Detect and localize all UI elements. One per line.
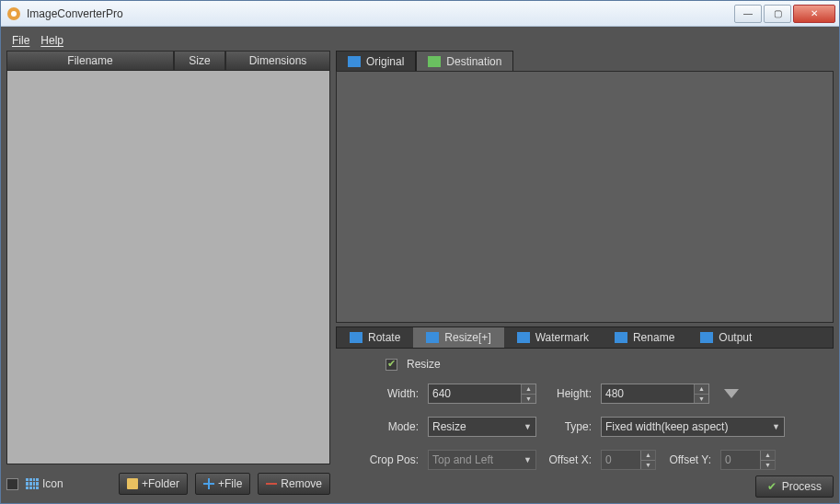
offset-x-label: Offset X: bbox=[546, 453, 592, 466]
mode-select[interactable]: Resize▼ bbox=[428, 417, 536, 437]
rotate-icon bbox=[350, 332, 362, 343]
width-label: Width: bbox=[349, 387, 419, 400]
mode-label: Mode: bbox=[349, 420, 419, 433]
rename-icon bbox=[615, 332, 627, 343]
tab-watermark[interactable]: Watermark bbox=[504, 327, 602, 348]
height-label: Height: bbox=[546, 387, 592, 400]
file-list[interactable] bbox=[6, 71, 330, 464]
tab-rename[interactable]: Rename bbox=[602, 327, 687, 348]
app-icon bbox=[6, 6, 21, 21]
offset-x-input: 0▲▼ bbox=[601, 450, 656, 470]
tab-original[interactable]: Original bbox=[336, 51, 416, 71]
preview-tabs: Original Destination bbox=[336, 51, 834, 71]
process-button[interactable]: ✔Process bbox=[755, 475, 834, 498]
type-select[interactable]: Fixed width(keep aspect)▼ bbox=[601, 417, 785, 437]
main-row: Filename Size Dimensions Icon +Folder +F… bbox=[6, 51, 834, 498]
tool-tabs: Rotate Resize[+] Watermark Rename Output bbox=[336, 326, 834, 349]
dimension-preset-dropdown[interactable] bbox=[724, 389, 739, 398]
folder-icon bbox=[127, 478, 138, 489]
left-panel: Filename Size Dimensions Icon +Folder +F… bbox=[6, 51, 330, 498]
monitor-icon bbox=[348, 56, 361, 67]
maximize-button[interactable]: ▢ bbox=[764, 5, 791, 23]
plus-icon bbox=[203, 478, 214, 489]
left-toolbar: Icon +Folder +File Remove bbox=[6, 470, 330, 498]
offset-y-label: Offset Y: bbox=[665, 453, 711, 466]
add-file-button[interactable]: +File bbox=[195, 473, 250, 495]
title-bar[interactable]: ImageConverterPro — ▢ ✕ bbox=[1, 1, 839, 27]
icon-view-text: Icon bbox=[42, 477, 63, 490]
menu-file[interactable]: File bbox=[12, 34, 29, 47]
col-filename[interactable]: Filename bbox=[6, 51, 174, 71]
tab-destination[interactable]: Destination bbox=[416, 51, 513, 71]
tab-output[interactable]: Output bbox=[687, 327, 765, 348]
col-dimensions[interactable]: Dimensions bbox=[225, 51, 330, 71]
offset-x-spinner: ▲▼ bbox=[640, 451, 655, 469]
width-spinner[interactable]: ▲▼ bbox=[521, 384, 535, 403]
right-panel: Original Destination Rotate Resize[+] Wa… bbox=[336, 51, 834, 498]
app-body: File Help Filename Size Dimensions Icon bbox=[1, 27, 839, 503]
tab-rotate[interactable]: Rotate bbox=[337, 327, 413, 348]
icon-view-label: Icon bbox=[26, 477, 63, 490]
right-toolbar: ✔Process bbox=[336, 470, 834, 498]
minus-icon bbox=[266, 478, 277, 489]
type-label: Type: bbox=[546, 420, 592, 433]
svg-point-1 bbox=[11, 11, 17, 17]
output-icon bbox=[700, 332, 713, 343]
resize-checkbox[interactable]: ✔ bbox=[385, 359, 397, 371]
file-table-header: Filename Size Dimensions bbox=[6, 51, 330, 71]
chevron-down-icon: ▼ bbox=[772, 422, 780, 431]
app-window: ImageConverterPro — ▢ ✕ File Help Filena… bbox=[0, 0, 840, 504]
offset-y-spinner: ▲▼ bbox=[760, 451, 775, 469]
grid-icon bbox=[26, 478, 39, 489]
preview-area bbox=[336, 71, 834, 323]
resize-settings: ✔ Resize Width: 640▲▼ Height: 480▲▼ Mode… bbox=[336, 349, 834, 470]
window-buttons: — ▢ ✕ bbox=[734, 5, 835, 23]
tab-resize[interactable]: Resize[+] bbox=[413, 327, 503, 348]
height-input[interactable]: 480▲▼ bbox=[601, 384, 709, 404]
chevron-down-icon: ▼ bbox=[524, 422, 532, 431]
width-input[interactable]: 640▲▼ bbox=[428, 384, 536, 404]
watermark-icon bbox=[517, 332, 530, 343]
offset-y-input: 0▲▼ bbox=[720, 450, 776, 470]
remove-button[interactable]: Remove bbox=[258, 473, 330, 495]
menu-help[interactable]: Help bbox=[40, 34, 63, 47]
col-size[interactable]: Size bbox=[174, 51, 225, 71]
crop-pos-select: Top and Left▼ bbox=[428, 450, 536, 470]
icon-view-checkbox[interactable] bbox=[6, 478, 18, 490]
minimize-button[interactable]: — bbox=[734, 5, 762, 23]
destination-icon bbox=[428, 56, 441, 67]
check-icon: ✔ bbox=[767, 480, 777, 493]
window-title: ImageConverterPro bbox=[27, 7, 734, 20]
menu-bar: File Help bbox=[6, 30, 834, 51]
close-button[interactable]: ✕ bbox=[793, 5, 835, 23]
add-folder-button[interactable]: +Folder bbox=[119, 473, 188, 495]
resize-icon bbox=[426, 332, 439, 343]
resize-checkbox-label: Resize bbox=[407, 358, 441, 371]
chevron-down-icon: ▼ bbox=[524, 455, 532, 464]
crop-pos-label: Crop Pos: bbox=[349, 453, 419, 466]
height-spinner[interactable]: ▲▼ bbox=[694, 384, 708, 403]
